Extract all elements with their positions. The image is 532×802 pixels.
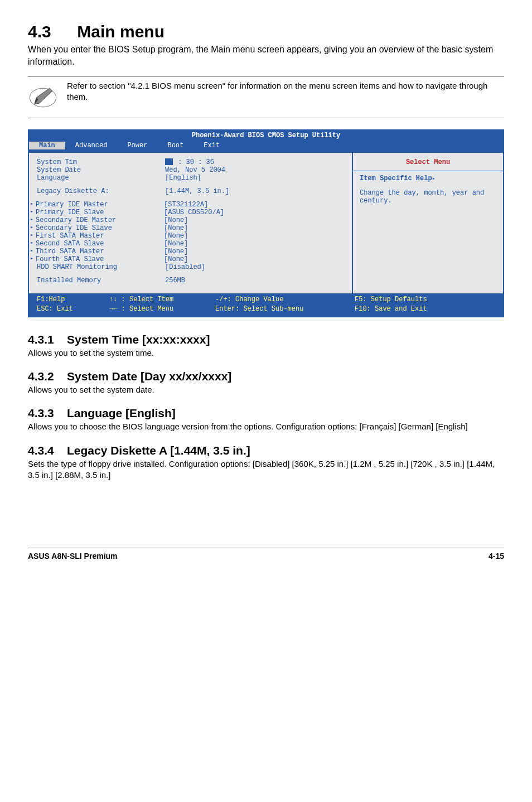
bios-label: System Date: [37, 166, 165, 174]
section-heading: 4.3.3Language [English]: [28, 407, 504, 420]
bios-help-panel: Select Menu Item Specific Help▸ Change t…: [353, 153, 503, 293]
bios-value: : 30 : 36: [165, 158, 344, 166]
bios-row-sub: Fourth SATA Slave[None]: [37, 255, 344, 263]
bios-tab-main: Main: [29, 142, 65, 149]
bios-tab-exit: Exit: [194, 142, 230, 149]
bios-label: Secondary IDE Master: [36, 216, 164, 224]
section-heading: 4.3.1System Time [xx:xx:xxxx]: [28, 333, 504, 346]
bios-value: Wed, Nov 5 2004: [165, 166, 344, 174]
svg-marker-1: [35, 88, 52, 104]
section-title: Language [English]: [67, 407, 176, 419]
footer-left: ASUS A8N-SLI Premium: [28, 552, 118, 561]
footer-right: 4-15: [489, 552, 504, 561]
bios-value: [None]: [164, 248, 344, 255]
bios-row: HDD SMART Monitoring[Disabled]: [37, 263, 344, 271]
bios-label: Second SATA Slave: [36, 240, 164, 248]
bios-row: System Tim : 30 : 36: [37, 158, 344, 166]
bios-key-hint: F10: Save and Exit: [355, 305, 427, 314]
section-body: Allows you to choose the BIOS language v…: [28, 421, 504, 432]
bios-row-sub: Secondary IDE Master[None]: [37, 216, 344, 224]
bios-screenshot: Phoenix-Award BIOS CMOS Setup Utility Ma…: [28, 129, 504, 317]
bios-tab-advanced: Advanced: [65, 142, 118, 149]
section-heading: 4.3.2System Date [Day xx/xx/xxxx]: [28, 370, 504, 383]
bios-key-hint: -/+: Change Value: [215, 295, 355, 305]
bios-tab-power: Power: [117, 142, 157, 149]
intro-text: When you enter the BIOS Setup program, t…: [28, 44, 504, 67]
section-body: Allows you to set the system time.: [28, 347, 504, 359]
bios-row-sub: Primary IDE Slave[ASUS CDS520/A]: [37, 209, 344, 216]
bios-title: Phoenix-Award BIOS CMOS Setup Utility: [29, 131, 503, 141]
bios-value: [None]: [164, 240, 344, 248]
time-field-icon: [165, 158, 173, 165]
bios-label: Legacy Diskette A:: [37, 187, 165, 195]
section-title: System Date [Day xx/xx/xxxx]: [67, 370, 231, 383]
bios-value: [None]: [164, 224, 344, 232]
bios-value: 256MB: [165, 277, 344, 284]
bios-row: System Date Wed, Nov 5 2004: [37, 166, 344, 174]
bios-left-panel: System Tim : 30 : 36 System Date Wed, No…: [29, 153, 353, 293]
note-block: Refer to section "4.2.1 BIOS menu screen…: [28, 76, 504, 118]
bios-label: Installed Memory: [37, 277, 165, 284]
bios-item-specific: Item Specific Help▸: [360, 175, 496, 182]
page-heading: 4.3 Main menu: [28, 22, 504, 41]
bios-key-hint: F5: Setup Defaults: [355, 295, 427, 305]
bios-key-hint: F1:Help: [37, 295, 109, 305]
bios-row-sub: First SATA Master[None]: [37, 232, 344, 240]
bios-row-sub: Secondary IDE Slave[None]: [37, 224, 344, 232]
section-num: 4.3.2: [28, 370, 67, 383]
bios-help-msg: Change the day, month, year and century.: [360, 189, 496, 205]
bios-value: [None]: [164, 232, 344, 240]
bios-label: HDD SMART Monitoring: [37, 263, 165, 271]
bios-value: [ASUS CDS520/A]: [164, 209, 344, 216]
bios-label: Primary IDE Slave: [36, 209, 164, 216]
bios-value: [ST321122A]: [164, 201, 344, 209]
bios-label: Fourth SATA Slave: [36, 255, 164, 263]
section-body: Allows you to set the system date.: [28, 384, 504, 395]
bios-value: [None]: [164, 255, 344, 263]
section-heading: 4.3.4Legacy Diskette A [1.44M, 3.5 in.]: [28, 444, 504, 457]
bios-value: [None]: [164, 216, 344, 224]
bios-label: Language: [37, 174, 165, 182]
bios-key-hint: Enter: Select Sub-menu: [215, 305, 355, 314]
page-footer: ASUS A8N-SLI Premium 4-15: [28, 548, 504, 561]
bios-row: Legacy Diskette A: [1.44M, 3.5 in.]: [37, 187, 344, 195]
bios-value: [English]: [165, 174, 344, 182]
bios-footer: F1:Help ↑↓ : Select Item -/+: Change Val…: [29, 293, 503, 316]
bios-row-sub: Second SATA Slave[None]: [37, 240, 344, 248]
bios-key-hint: ↑↓ : Select Item: [109, 295, 215, 305]
section-title: System Time [xx:xx:xxxx]: [67, 333, 210, 346]
section-num: 4.3.1: [28, 333, 67, 346]
bios-value: [1.44M, 3.5 in.]: [165, 187, 344, 195]
bios-select-menu: Select Menu: [360, 158, 496, 166]
bios-tab-boot: Boot: [157, 142, 194, 149]
bios-row: Language [English]: [37, 174, 344, 182]
note-text: Refer to section "4.2.1 BIOS menu screen…: [67, 80, 504, 103]
bios-key-hint: →← : Select Menu: [109, 305, 215, 314]
section-title: Legacy Diskette A [1.44M, 3.5 in.]: [67, 444, 250, 457]
bios-key-hint: ESC: Exit: [37, 305, 109, 314]
bios-label: Primary IDE Master: [36, 201, 164, 209]
section-num: 4.3.4: [28, 444, 67, 457]
bios-label: Third SATA Master: [36, 248, 164, 255]
bios-label: First SATA Master: [36, 232, 164, 240]
pencil-icon: [28, 80, 67, 114]
bios-row: Installed Memory256MB: [37, 277, 344, 284]
bios-label: Secondary IDE Slave: [36, 224, 164, 232]
bios-menubar: Main Advanced Power Boot Exit: [29, 141, 503, 152]
heading-number: 4.3: [28, 22, 72, 41]
heading-title: Main menu: [77, 22, 165, 41]
section-num: 4.3.3: [28, 407, 67, 420]
bios-value-text: : 30 : 36: [174, 158, 214, 166]
bios-value: [Disabled]: [165, 263, 344, 271]
bios-row-sub: Third SATA Master[None]: [37, 248, 344, 255]
bios-row-sub: Primary IDE Master[ST321122A]: [37, 201, 344, 209]
bios-label: System Tim: [37, 158, 165, 166]
caret-right-icon: ▸: [432, 176, 436, 182]
section-body: Sets the type of floppy drive installed.…: [28, 458, 504, 481]
